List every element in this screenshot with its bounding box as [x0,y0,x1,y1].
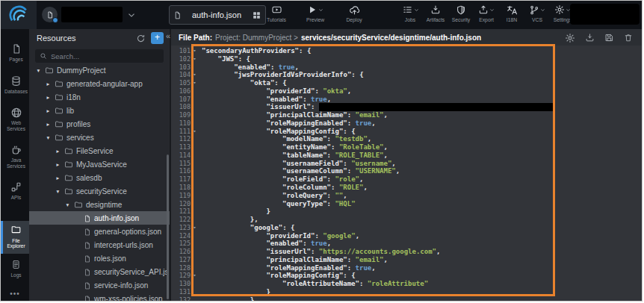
tree-item-securityservice-api-js[interactable]: securityService_API.js [29,265,170,278]
sidebar-item-file-explorer[interactable]: File Explorer [1,221,29,254]
code-text[interactable]: "roleAttributeName": "roleAttribute" [199,280,428,288]
action-preview[interactable]: Preview [304,4,326,22]
tree-item-auth-info-json[interactable]: auth-info.json [29,211,170,225]
code-text[interactable]: "usernameField": "username", [199,160,396,168]
resource-search[interactable] [35,49,164,63]
code-text[interactable]: "enabled": true, [199,96,331,104]
tree-item-generated-angular-app[interactable]: ▸ generated-angular-app [29,77,170,90]
code-text[interactable]: "secondaryAuthProviders": { [199,47,311,55]
chevron-collapsed-icon[interactable]: ▸ [55,148,61,154]
sidebar-item-web-services[interactable]: Web Services [1,103,29,136]
tree-item-fileservice[interactable]: ▸ FileService [29,144,170,157]
action-export[interactable]: Export [475,4,498,22]
search-input[interactable] [51,52,159,60]
tree-item-dummyproject[interactable]: ▾ DummyProject [29,63,170,77]
action-vcs[interactable]: VCS [526,4,548,22]
code-text[interactable]: "JWS": { [199,55,250,63]
code-text[interactable]: "principalClaimName": "email", [199,256,388,264]
chevron-expanded-icon[interactable]: ▾ [55,188,61,195]
wavemaker-logo[interactable] [1,1,37,29]
sidebar-item-pages[interactable]: Pages [1,40,29,67]
fold-toggle-icon[interactable]: ▾ [191,272,199,280]
open-file-tab[interactable]: auth-info.json [169,5,266,25]
chevron-collapsed-icon[interactable]: ▸ [45,121,52,128]
code-text[interactable]: "queryType": "HQL" [199,200,356,208]
sidebar-item-logs[interactable]: Logs [1,255,29,283]
code-text[interactable]: "providerId": "okta", [199,87,351,96]
fold-toggle-icon[interactable]: ▾ [191,128,199,136]
fold-toggle-icon[interactable]: ▾ [191,47,199,55]
code-text[interactable]: "entityName": "RoleTable", [199,143,388,152]
code-text[interactable]: "google": { [199,224,294,232]
tree-item-roles-json[interactable]: roles.json [29,252,170,265]
code-text[interactable]: } [199,207,270,216]
action-deploy[interactable]: Deploy [343,4,365,22]
chevron-collapsed-icon[interactable]: ▸ [55,175,61,181]
action-i18n[interactable]: I18N [501,4,523,22]
save-button[interactable] [604,33,614,43]
code-text[interactable]: }, [199,216,258,224]
tree-item-wm-xss-policies-json[interactable]: wm-xss-policies.json [29,292,170,301]
chevron-expanded-icon[interactable]: ▾ [45,134,52,141]
settings-button[interactable] [565,33,575,43]
refresh-icon[interactable] [136,34,146,43]
code-text[interactable]: } [199,288,270,296]
add-resource-button[interactable]: + [151,32,164,44]
collapse-panel-icon[interactable]: « [166,31,170,40]
delete-button[interactable] [624,33,633,43]
tree-item-profiles[interactable]: ▸ profiles [29,117,170,131]
action-security[interactable]: Security [450,4,472,22]
code-text[interactable]: "enabled": true, [199,63,299,72]
grid-icon[interactable] [248,6,265,24]
code-text[interactable]: "roleField": "role", [199,175,363,184]
action-artifacts[interactable]: Artifacts [424,4,447,22]
tree-item-service-info-json[interactable]: service-info.json [29,278,170,292]
code-text[interactable]: "jwsProviderIdVsProviderInfo": { [199,71,364,79]
code-text[interactable]: "usernameColumn": "USERNAME", [199,167,400,175]
code-text[interactable]: "providerId": "google", [199,232,359,240]
tree-item-designtime[interactable]: ▾ designtime [29,198,170,211]
code-text[interactable]: } [199,296,254,301]
code-text[interactable]: "modelName": "testdb", [199,135,371,143]
chevron-expanded-icon[interactable]: ▾ [64,202,71,208]
tree-item-securityservice[interactable]: ▾ securityService [29,184,170,198]
chevron-collapsed-icon[interactable]: ▸ [45,94,52,101]
fold-toggle-icon[interactable]: ▾ [191,224,199,232]
action-tutorials[interactable]: Tutorials [265,4,288,22]
action-jobs[interactable]: Jobs [399,4,421,22]
code-text[interactable]: "tableName": "ROLE_TABLE", [199,152,388,160]
chevron-collapsed-icon[interactable]: ▸ [45,81,52,87]
code-editor[interactable]: 101 ▾ "secondaryAuthProviders": { 102 ▾ … [171,46,642,301]
tree-item-general-options-json[interactable]: general-options.json [29,225,170,238]
chevron-collapsed-icon[interactable]: ▸ [45,107,52,114]
code-text[interactable]: "roleMappingConfig": { [199,272,356,280]
tree-item-lib[interactable]: ▸ lib [29,104,170,117]
fold-toggle-icon[interactable]: ▾ [191,79,199,87]
tree-item-intercept-urls-json[interactable]: intercept-urls.json [29,238,170,252]
tree-scrollbar[interactable] [167,154,169,299]
sidebar-item-databases[interactable]: Databases [1,72,29,99]
tree-item-services[interactable]: ▾ services [29,131,170,144]
project-selector[interactable] [42,7,123,22]
fold-toggle-icon[interactable]: ▾ [191,55,199,63]
sidebar-item-apis[interactable]: APIs [1,178,29,205]
code-text[interactable]: "okta": { [199,79,287,87]
download-button[interactable] [585,33,595,43]
code-text[interactable]: "roleMappingConfig": { [199,128,356,136]
code-text[interactable]: "roleMappingEnabled": true, [199,119,376,128]
code-text[interactable]: "principalClaimName": "email", [199,111,388,119]
code-text[interactable]: "issuerUrl": [199,103,553,111]
sidebar-more-button[interactable]: ••• [1,287,29,301]
code-text[interactable]: "roleMappingEnabled": true, [199,264,376,272]
chevron-expanded-icon[interactable]: ▾ [35,67,42,74]
tree-item-myjavaservice[interactable]: ▸ MyJavaService [29,157,170,171]
tree-item-i18n[interactable]: ▸ i18n [29,90,170,104]
code-text[interactable]: "roleQuery": "", [199,192,347,200]
code-text[interactable]: "issuerUrl": "https://accounts.google.co… [199,248,440,256]
sidebar-item-java-services[interactable]: Java Services [1,140,29,173]
chevron-down-icon[interactable] [126,10,137,20]
fold-toggle-icon[interactable]: ▾ [191,71,199,79]
chevron-collapsed-icon[interactable]: ▸ [55,161,61,168]
tree-item-salesdb[interactable]: ▸ salesdb [29,171,170,184]
code-text[interactable]: "roleColumn": "ROLE", [199,184,368,192]
